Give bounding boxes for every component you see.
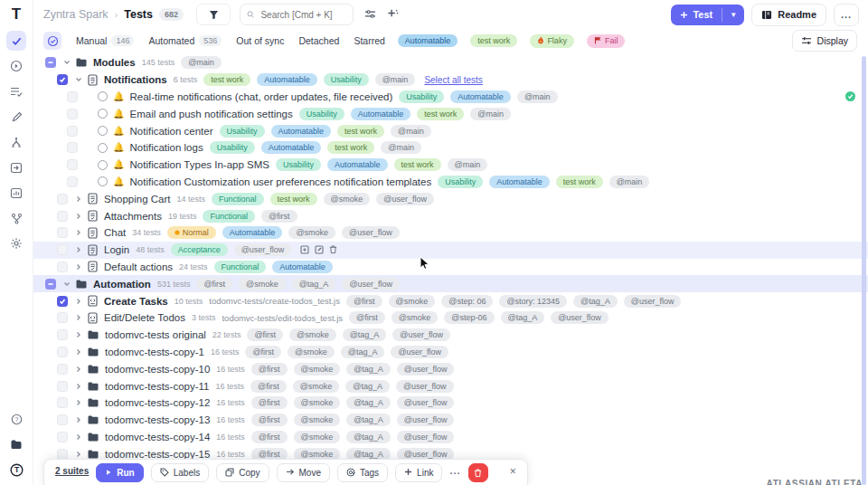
chevron-right-icon[interactable] [74,229,83,236]
chevron-right-icon[interactable] [74,366,83,373]
tag-chip[interactable]: @user_flow [396,380,454,393]
tag-chip[interactable]: @tag_A [346,396,391,409]
sidebar-item-projects[interactable] [6,434,26,454]
chevron-right-icon[interactable] [74,263,83,271]
vertical-scrollbar[interactable] [862,56,866,485]
row-checkbox[interactable] [67,176,78,187]
tag-chip[interactable]: @tag_A [292,278,336,290]
sidebar-item-reports[interactable] [6,183,26,203]
row-checkbox[interactable] [57,312,68,323]
row-checkbox[interactable] [67,109,78,119]
tag-chip[interactable]: @smoke [293,380,340,393]
action-bar-more-button[interactable]: ... [449,465,460,476]
chevron-right-icon[interactable] [74,331,83,338]
tag-chip[interactable]: @smoke [294,396,341,409]
run-button[interactable]: Run [96,463,143,482]
breadcrumb-project[interactable]: Zyntra Spark [43,8,108,21]
select-mode-toggle[interactable] [43,32,61,50]
sidebar-item-pulse[interactable] [6,132,26,152]
filter-out-of-sync[interactable]: Out of sync [236,35,284,46]
add-sparkle-icon[interactable] [387,6,399,23]
row-checkbox[interactable] [57,381,68,392]
tree-row[interactable]: Automation531 tests@first@smoke@tag_A@us… [33,275,868,292]
tag-chip[interactable]: Usability [220,125,265,138]
readme-button[interactable]: Readme [751,4,826,26]
tag-chip[interactable]: @smoke [389,295,436,308]
tree-row[interactable]: 🔔Notification centerUsabilityAutomatable… [33,122,868,139]
tag-chip[interactable]: @main [391,125,431,138]
sidebar-item-branches[interactable] [6,208,26,228]
tree-row[interactable]: todomvc-tests-copy-1216 tests@first@smok… [33,395,868,412]
filter-chip-test-work[interactable]: test work [470,34,517,47]
tag-chip[interactable]: @user_flow [624,295,682,308]
tag-chip[interactable]: Functional [203,210,255,223]
chevron-down-icon[interactable] [62,281,71,288]
tag-chip[interactable]: @story: 12345 [499,295,567,308]
search-input[interactable] [259,9,346,21]
tag-chip[interactable]: @step-06 [444,311,494,324]
tag-chip[interactable]: @tag_A [343,328,387,341]
sidebar-item-runs[interactable] [6,56,26,76]
tag-chip[interactable]: test work [327,141,374,154]
tag-chip[interactable]: @user_flow [397,431,455,443]
tag-chip[interactable]: @first [251,414,288,426]
row-checkbox[interactable] [57,364,68,375]
chevron-right-icon[interactable] [74,246,83,253]
view-options-sliders-icon[interactable] [364,6,376,23]
tree-row[interactable]: Modules145 tests@main [33,54,868,71]
tag-chip[interactable]: @user_flow [397,396,455,409]
tags-button[interactable]: Tags [337,463,388,482]
tag-chip[interactable]: @tag_A [345,380,390,393]
tag-chip[interactable]: test work [417,108,464,120]
search-box[interactable] [240,4,354,25]
tree-row[interactable]: Attachments19 testsFunctional@first [33,207,868,224]
row-checkbox[interactable] [45,57,56,68]
filter-chip-fail[interactable]: Fail [587,34,626,48]
sidebar-item-profile[interactable]: T [6,460,26,480]
row-checkbox[interactable] [67,126,78,137]
tag-chip[interactable]: @user_flow [342,278,400,290]
chevron-right-icon[interactable] [74,213,83,220]
tag-chip[interactable]: @user_flow [392,328,450,341]
row-checkbox[interactable] [57,296,68,307]
tag-chip[interactable]: @main [517,90,558,103]
tag-chip[interactable]: @user_flow [397,414,455,426]
tree-row[interactable]: Chat34 testsNormalAutomatable@smoke@user… [33,224,868,242]
tag-chip[interactable]: @first [261,210,297,223]
tag-chip[interactable]: @user_flow [391,346,448,358]
tag-chip[interactable]: @first [250,380,287,393]
tag-chip[interactable]: Usability [210,141,255,154]
tag-chip[interactable]: @user_flow [376,193,434,205]
tag-chip[interactable]: @main [381,141,421,154]
add-test-split-button[interactable]: Test ▼ [671,5,744,25]
tree-row[interactable]: 🔔Notification logsUsabilityAutomatablete… [33,139,868,157]
sidebar-item-tests[interactable] [6,31,26,51]
row-checkbox[interactable] [57,74,68,85]
tree-row[interactable]: Edit/Delete Todos3 teststodomvc-tests/ed… [33,309,868,327]
tag-chip[interactable]: @tag_A [346,431,391,443]
row-checkbox[interactable] [57,397,68,408]
tree-row[interactable]: Default actions24 testsFunctionalAutomat… [33,259,868,276]
tag-chip[interactable]: test work [203,73,250,86]
link-button[interactable]: Link [395,463,442,482]
filter-chip-automatable[interactable]: Automatable [398,34,458,47]
tag-chip[interactable]: @user_flow [234,243,292,256]
tag-chip[interactable]: @smoke [239,278,286,290]
breadcrumb-section[interactable]: Tests [124,8,153,21]
sidebar-item-settings[interactable] [6,233,26,253]
tag-chip[interactable]: @tag_A [501,311,545,324]
tag-chip[interactable]: Automatable [222,226,283,239]
tag-chip[interactable]: @tag_A [346,414,391,426]
edit-icon[interactable] [315,242,324,258]
tree-row[interactable]: todomvc-tests-copy-1416 tests@first@smok… [33,429,868,446]
tag-chip[interactable]: Usability [299,108,344,120]
tag-chip[interactable]: @smoke [289,328,336,341]
tag-chip[interactable]: @main [609,176,650,188]
tag-chip[interactable]: @user_flow [551,311,609,324]
chevron-down-icon[interactable]: ▼ [722,5,744,25]
trash-icon[interactable] [329,242,337,258]
select-all-tests-link[interactable]: Select all tests [424,75,482,85]
tree-row[interactable]: Notifications6 teststest workAutomatable… [33,71,868,89]
app-logo-icon[interactable]: T [7,5,25,24]
tree-row[interactable]: todomvc-tests-copy-1116 tests@first@smok… [33,377,868,395]
